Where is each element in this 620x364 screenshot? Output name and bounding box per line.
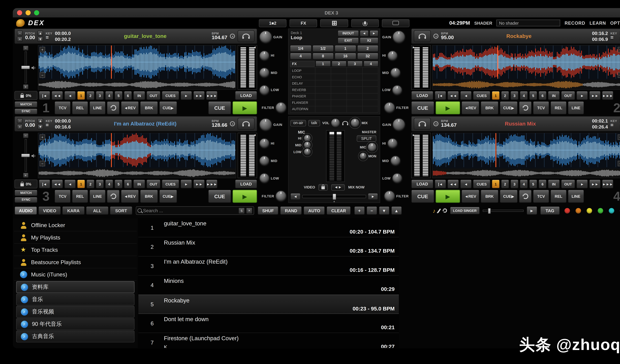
brake-button[interactable]: BRK (140, 190, 158, 203)
hotcue-3-button[interactable]: 3 (96, 179, 104, 189)
fx-cell[interactable] (346, 74, 362, 80)
reverse-button[interactable]: ◄REV (121, 190, 139, 203)
remove-button[interactable]: − (366, 206, 377, 215)
rewind-button[interactable]: ◄◄ (51, 91, 63, 100)
track-row[interactable]: 2 Russian Mix 00:28 - 134.7 BPM (138, 237, 399, 256)
filter-knob[interactable] (276, 102, 286, 113)
playlist-icon[interactable]: ♪ (433, 207, 435, 214)
loop-in-out-button[interactable]: IN/OUT (338, 30, 359, 37)
fx-cell[interactable] (331, 93, 346, 100)
play-button[interactable] (232, 190, 257, 203)
hotcue-2-button[interactable]: 2 (86, 91, 94, 100)
fx-cell[interactable] (331, 100, 346, 106)
mic-eq-knob[interactable] (304, 135, 311, 142)
browser-tab[interactable]: AUDIO (15, 206, 37, 215)
hotcue-4-button[interactable]: 4 (520, 179, 528, 189)
track-row[interactable]: 5 Rockabye 00:23 - 95.0 BPM (138, 295, 399, 314)
sidebar-item[interactable]: 音乐视频 (16, 306, 134, 318)
browser-tab[interactable]: ALL (86, 206, 108, 215)
auto-button[interactable]: AUTO (304, 206, 325, 215)
filter-knob[interactable] (384, 191, 394, 201)
mid-knob[interactable] (260, 68, 269, 77)
loop-x2-button[interactable]: X2 (360, 37, 378, 44)
gain-knob[interactable] (260, 31, 272, 43)
fx-effect-row[interactable]: ECHO (290, 74, 378, 81)
color-tag-dot[interactable] (587, 208, 592, 213)
tap-bpm-button[interactable] (433, 121, 438, 126)
loop-out-button[interactable]: OUT (146, 91, 160, 100)
video-swap-button[interactable]: ◄► (331, 184, 345, 190)
mic-volume-knob[interactable] (368, 143, 376, 151)
cue-button[interactable]: CUE (208, 190, 231, 203)
overview-waveform[interactable] (433, 80, 620, 89)
line-button[interactable]: LINE (568, 101, 584, 114)
mid-knob[interactable] (391, 156, 400, 165)
rel-button[interactable]: REL (550, 190, 567, 203)
skip-end-button[interactable]: ►►► (206, 91, 218, 100)
reloop-button[interactable] (519, 190, 532, 203)
crossfader[interactable] (302, 195, 366, 198)
step-forward-button[interactable]: ► (181, 179, 192, 189)
volume-slider[interactable] (24, 139, 27, 172)
fx-cell[interactable] (315, 74, 331, 80)
search-input[interactable] (143, 208, 237, 213)
headphone-cue-button[interactable] (414, 30, 431, 42)
fx-effect-row[interactable]: LOOP (290, 68, 378, 74)
step-back-button[interactable]: ◄ (64, 179, 76, 189)
step-back-button[interactable]: ◄ (460, 91, 472, 100)
waveform[interactable] (38, 45, 236, 79)
move-down-button[interactable]: ▼ (379, 206, 389, 215)
zoom-out-button[interactable]: − (40, 72, 45, 78)
crossfader-left-button[interactable]: ◄ (290, 193, 300, 200)
sync-button[interactable]: SYNC (15, 108, 37, 115)
minimize-traffic-light[interactable] (26, 10, 31, 15)
sidebar-item[interactable]: 90 年代音乐 (16, 318, 134, 330)
line-button[interactable]: LINE (89, 190, 106, 203)
hotcue-4-button[interactable]: 4 (105, 91, 113, 100)
shuffle-button[interactable]: SHUF (258, 206, 279, 215)
options-button[interactable]: OPTIONS (610, 20, 620, 26)
low-knob[interactable] (260, 85, 269, 95)
cue-play-button[interactable]: CUE▶ (500, 101, 518, 114)
overview-waveform[interactable] (38, 168, 236, 178)
step-forward-button[interactable]: ► (576, 179, 588, 189)
sidebar-item[interactable]: Offline Locker (14, 219, 137, 231)
hotcue-4-button[interactable]: 4 (520, 91, 528, 100)
pitch-minus-button[interactable]: − (17, 31, 23, 36)
volume-minus-button[interactable]: − (23, 45, 28, 51)
sidebar-item[interactable]: My Playlists (14, 232, 137, 244)
gain-knob[interactable] (260, 119, 272, 131)
preview-slider-handle[interactable] (488, 208, 491, 214)
brake-button[interactable]: BRK (481, 101, 498, 114)
hotcue-6-button[interactable]: 6 (124, 91, 132, 100)
preview-play-button[interactable]: ► (526, 206, 537, 215)
fx-slot-button[interactable]: 4 (363, 61, 378, 67)
rewind-button[interactable]: ◄◄ (447, 179, 459, 189)
waveform-display[interactable]: + − (432, 45, 620, 90)
tap-bpm-button[interactable] (433, 34, 438, 39)
fx-cell[interactable] (362, 93, 378, 100)
low-knob[interactable] (392, 174, 402, 183)
fx-cell[interactable] (331, 106, 346, 112)
fx-slot-button[interactable]: 3 (347, 61, 362, 67)
fx-cell[interactable] (346, 100, 362, 106)
rewind-button[interactable]: ◄◄ (447, 91, 459, 100)
fx-effect-row[interactable]: AUTOPAN (290, 106, 378, 113)
hotcue-6-button[interactable]: 6 (539, 179, 547, 189)
sidebar-item[interactable]: Beatsource Playlists (14, 256, 137, 268)
mic-eq-knob[interactable] (304, 148, 311, 155)
tcv-button[interactable]: TCV (533, 101, 549, 114)
cue-button[interactable]: CUE (208, 101, 231, 114)
crossfader-handle[interactable] (332, 193, 336, 200)
hotcue-1-button[interactable]: 1 (77, 179, 85, 189)
hotcue-1-button[interactable]: 1 (492, 179, 500, 189)
headphone-cue-button[interactable] (238, 30, 255, 42)
track-row[interactable]: 7 Firestone (Launchpad Cover) K 00:27 (138, 333, 399, 348)
tcv-button[interactable]: TCV (533, 190, 549, 203)
step-back-button[interactable]: ◄ (460, 179, 472, 189)
loop-size-button[interactable]: 16 (335, 53, 356, 59)
fx-cell[interactable] (315, 100, 331, 106)
volume-slider-handle[interactable] (21, 154, 30, 157)
fx-cell[interactable] (331, 68, 346, 74)
headphone-volume-knob[interactable] (331, 119, 340, 127)
